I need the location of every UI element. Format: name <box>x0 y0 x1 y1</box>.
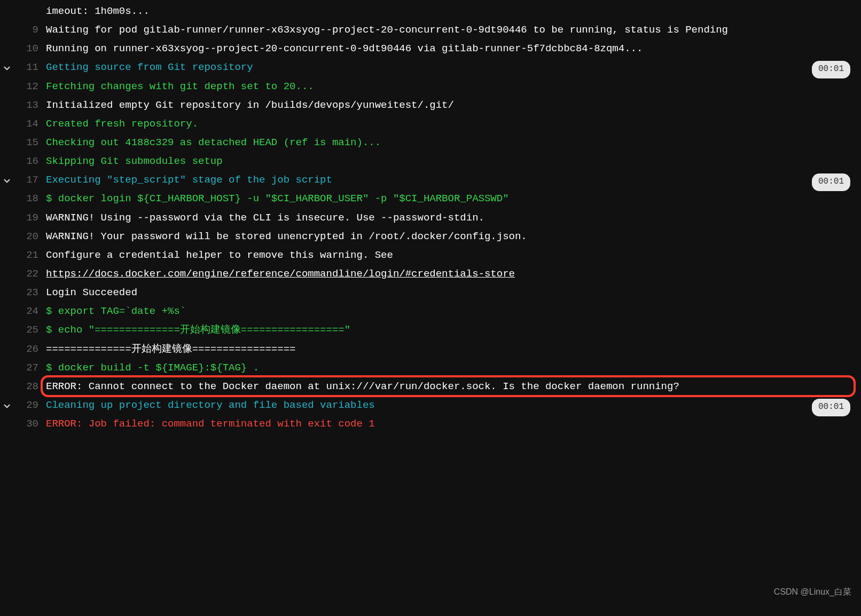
log-text: Waiting for pod gitlab-runner/runner-x63… <box>46 24 728 36</box>
log-text: ERROR: Job failed: command terminated wi… <box>46 418 375 430</box>
log-content: Fetching changes with git depth set to 2… <box>46 77 861 96</box>
line-number[interactable]: 29 <box>21 396 46 415</box>
watermark: CSDN @Linux_白菜 <box>774 584 851 600</box>
log-line: 21Configure a credential helper to remov… <box>0 246 861 265</box>
log-text: Login Succeeded <box>46 287 137 298</box>
line-number[interactable]: 21 <box>21 246 46 265</box>
line-number[interactable]: 11 <box>21 58 46 77</box>
gutter: 29 <box>0 396 46 415</box>
log-line: 16Skipping Git submodules setup <box>0 152 861 171</box>
line-number[interactable]: 17 <box>21 171 46 189</box>
log-line: 20WARNING! Your password will be stored … <box>0 227 861 246</box>
log-line: 13Initialized empty Git repository in /b… <box>0 96 861 115</box>
line-number[interactable]: 13 <box>21 96 46 115</box>
log-text: Checking out 4188c329 as detached HEAD (… <box>46 137 381 148</box>
line-number[interactable]: 24 <box>21 302 46 321</box>
log-line: 25$ echo "==============开始构建镜像==========… <box>0 321 861 339</box>
line-number[interactable]: 27 <box>21 359 46 377</box>
log-line: 27$ docker build -t ${IMAGE}:${TAG} . <box>0 359 861 377</box>
log-text: Executing "step_script" stage of the job… <box>46 174 332 186</box>
gutter: 19 <box>0 209 46 227</box>
log-content: Login Succeeded <box>46 283 861 302</box>
log-content: $ export TAG=`date +%s` <box>46 302 861 321</box>
log-content: WARNING! Using --password via the CLI is… <box>46 209 861 227</box>
gutter: 23 <box>0 283 46 302</box>
log-content: imeout: 1h0m0s... <box>46 2 861 21</box>
gutter: 12 <box>0 77 46 96</box>
line-number[interactable]: 16 <box>21 152 46 171</box>
gutter: 17 <box>0 171 46 189</box>
log-text: WARNING! Using --password via the CLI is… <box>46 212 484 224</box>
gutter: 15 <box>0 133 46 152</box>
gutter: 11 <box>0 58 46 77</box>
line-number[interactable]: 19 <box>21 209 46 227</box>
log-content: Initialized empty Git repository in /bui… <box>46 96 861 115</box>
gutter: 20 <box>0 227 46 246</box>
line-number[interactable]: 25 <box>21 321 46 339</box>
log-line: 26==============开始构建镜像================= <box>0 340 861 359</box>
log-content: ERROR: Job failed: command terminated wi… <box>46 415 861 433</box>
log-text: Initialized empty Git repository in /bui… <box>46 99 454 111</box>
line-number[interactable]: 18 <box>21 189 46 208</box>
log-content: ==============开始构建镜像================= <box>46 340 861 359</box>
log-content: Configure a credential helper to remove … <box>46 246 861 265</box>
line-number[interactable]: 9 <box>21 21 46 40</box>
log-line: 18$ docker login ${CI_HARBOR_HOST} -u "$… <box>0 189 861 208</box>
gutter: 27 <box>0 359 46 377</box>
log-content: Checking out 4188c329 as detached HEAD (… <box>46 133 861 152</box>
gutter: 18 <box>0 189 46 208</box>
log-line: 14Created fresh repository. <box>0 115 861 133</box>
log-text: $ docker build -t ${IMAGE}:${TAG} . <box>46 362 259 374</box>
gutter: 16 <box>0 152 46 171</box>
gutter: 28 <box>0 377 46 396</box>
gutter: 10 <box>0 40 46 58</box>
line-number[interactable]: 10 <box>21 40 46 58</box>
line-number[interactable]: 30 <box>21 415 46 433</box>
log-link[interactable]: https://docs.docker.com/engine/reference… <box>46 268 515 280</box>
log-content: $ echo "==============开始构建镜像============… <box>46 321 861 339</box>
gutter: 22 <box>0 265 46 283</box>
gutter: 24 <box>0 302 46 321</box>
log-content: Created fresh repository. <box>46 115 861 133</box>
log-content: Waiting for pod gitlab-runner/runner-x63… <box>46 21 861 40</box>
log-text: imeout: 1h0m0s... <box>46 5 150 17</box>
log-text: ERROR: Cannot connect to the Docker daem… <box>46 381 679 392</box>
log-text: $ echo "==============开始构建镜像============… <box>46 324 350 336</box>
log-content: Getting source from Git repository <box>46 58 861 77</box>
log-line: 11Getting source from Git repository00:0… <box>0 58 861 77</box>
line-number[interactable]: 23 <box>21 283 46 302</box>
log-line: 24$ export TAG=`date +%s` <box>0 302 861 321</box>
line-number[interactable]: 26 <box>21 340 46 359</box>
log-line: 23Login Succeeded <box>0 283 861 302</box>
line-number[interactable]: 12 <box>21 77 46 96</box>
log-line: 22https://docs.docker.com/engine/referen… <box>0 265 861 283</box>
log-text: Created fresh repository. <box>46 118 198 130</box>
line-number[interactable]: 15 <box>21 133 46 152</box>
log-text: Configure a credential helper to remove … <box>46 249 393 261</box>
log-output: imeout: 1h0m0s...9Waiting for pod gitlab… <box>0 0 861 438</box>
gutter: 21 <box>0 246 46 265</box>
log-content: ERROR: Cannot connect to the Docker daem… <box>46 377 861 396</box>
gutter: 14 <box>0 115 46 133</box>
log-line: 15Checking out 4188c329 as detached HEAD… <box>0 133 861 152</box>
gutter: 13 <box>0 96 46 115</box>
line-number[interactable]: 20 <box>21 227 46 246</box>
line-number[interactable]: 14 <box>21 115 46 133</box>
line-number[interactable]: 28 <box>21 377 46 396</box>
log-text: Fetching changes with git depth set to 2… <box>46 81 314 92</box>
log-content: https://docs.docker.com/engine/reference… <box>46 265 861 283</box>
duration-badge: 00:01 <box>812 61 850 78</box>
gutter: 25 <box>0 321 46 339</box>
gutter: 26 <box>0 340 46 359</box>
log-text: WARNING! Your password will be stored un… <box>46 231 527 242</box>
log-content: Running on runner-x63xsyog--project-20-c… <box>46 40 861 58</box>
log-content: WARNING! Your password will be stored un… <box>46 227 861 246</box>
log-content: Cleaning up project directory and file b… <box>46 396 861 415</box>
log-line: 10Running on runner-x63xsyog--project-20… <box>0 40 861 58</box>
log-line: 30ERROR: Job failed: command terminated … <box>0 415 861 433</box>
log-line: 28ERROR: Cannot connect to the Docker da… <box>0 377 861 396</box>
gutter: 9 <box>0 21 46 40</box>
log-line: 9Waiting for pod gitlab-runner/runner-x6… <box>0 21 861 40</box>
line-number[interactable]: 22 <box>21 265 46 283</box>
log-line: 12Fetching changes with git depth set to… <box>0 77 861 96</box>
